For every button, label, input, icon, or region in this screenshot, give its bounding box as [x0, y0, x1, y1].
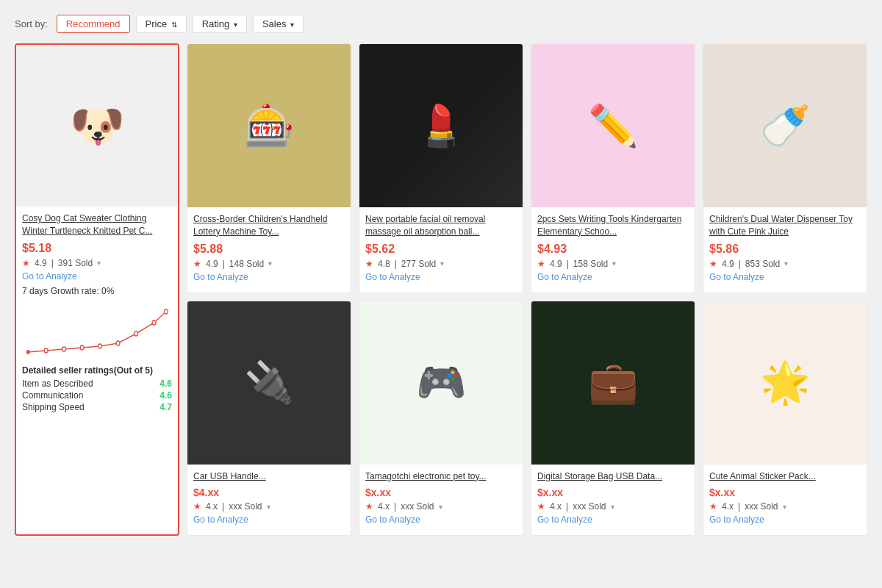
shipping-speed-row: Shipping Speed 4.7: [22, 402, 172, 412]
go-analyze-2[interactable]: Go to Analyze: [193, 272, 345, 282]
svg-point-3: [80, 345, 84, 350]
sort-recommend-btn[interactable]: Recommend: [57, 15, 130, 33]
product-rating-row-3: ★ 4.8 | 277 Sold ▾: [365, 259, 517, 269]
go-analyze-3[interactable]: Go to Analyze: [365, 272, 517, 282]
dropdown-icon-9[interactable]: ▾: [783, 503, 786, 511]
go-analyze-4[interactable]: Go to Analyze: [537, 272, 689, 282]
go-analyze-9[interactable]: Go to Analyze: [709, 514, 861, 525]
sort-sales-btn[interactable]: Sales ▾: [253, 15, 304, 33]
product-image-8: [531, 301, 695, 465]
separator-2: |: [223, 259, 225, 269]
sold-count-3: 277 Sold: [401, 259, 436, 269]
sort-price-btn[interactable]: Price ⇅: [136, 15, 187, 33]
rating-value-1: 4.9: [35, 258, 47, 268]
product-price-7: $x.xx: [365, 487, 517, 498]
product-price-4: $4.93: [537, 243, 689, 256]
go-analyze-1[interactable]: Go to Analyze: [22, 271, 172, 282]
item-described-row: Item as Described 4.6: [22, 379, 172, 389]
product-title-2: Cross-Border Children's Handheld Lottery…: [193, 213, 345, 238]
dropdown-icon-4[interactable]: ▾: [612, 259, 616, 268]
sales-arrow: ▾: [290, 21, 294, 29]
product-card-8[interactable]: Digital Storage Bag USB Data... $x.xx ★ …: [531, 301, 695, 537]
rating-value-4: 4.9: [550, 259, 562, 269]
sort-bar: Sort by: Recommend Price ⇅ Rating ▾ Sale…: [15, 15, 867, 33]
dropdown-icon-6[interactable]: ▾: [267, 503, 270, 511]
communication-label: Communication: [22, 390, 83, 401]
product-price-8: $x.xx: [537, 487, 689, 498]
product-info-8: Digital Storage Bag USB Data... $x.xx ★ …: [531, 465, 695, 536]
product-image-4: [531, 44, 695, 207]
product-card-3[interactable]: New portable facial oil removal massage …: [359, 43, 523, 293]
product-info-3: New portable facial oil removal massage …: [359, 207, 523, 293]
price-arrow: ⇅: [171, 21, 177, 29]
product-card-9[interactable]: Cute Animal Sticker Pack... $x.xx ★ 4.x …: [703, 301, 867, 537]
sold-count-4: 158 Sold: [573, 259, 608, 269]
svg-point-5: [116, 341, 120, 345]
dropdown-icon-5[interactable]: ▾: [784, 259, 788, 268]
shipping-speed-label: Shipping Speed: [22, 402, 85, 412]
product-image-6: [187, 301, 351, 465]
product-info-1: Cosy Dog Cat Sweater Clothing Winter Tur…: [16, 207, 178, 420]
sold-count-9: xxx Sold: [745, 501, 778, 512]
star-icon-4: ★: [537, 259, 545, 269]
star-icon-2: ★: [193, 259, 201, 269]
product-image-9: [703, 301, 867, 465]
product-rating-row-7: ★ 4.x | xxx Sold ▾: [365, 501, 517, 512]
sold-count-2: 148 Sold: [229, 259, 264, 269]
product-title-9: Cute Animal Sticker Pack...: [709, 470, 861, 483]
product-grid: Cosy Dog Cat Sweater Clothing Winter Tur…: [15, 43, 867, 536]
product-title-3: New portable facial oil removal massage …: [365, 213, 517, 238]
rating-arrow: ▾: [234, 21, 237, 29]
dropdown-icon-8[interactable]: ▾: [611, 503, 614, 511]
product-rating-row-6: ★ 4.x | xxx Sold ▾: [193, 501, 345, 512]
separator-5: |: [739, 259, 741, 269]
product-rating-row-2: ★ 4.9 | 148 Sold ▾: [193, 259, 345, 269]
separator-4: |: [567, 259, 569, 269]
product-price-6: $4.xx: [193, 487, 345, 498]
product-image-3: [359, 44, 523, 207]
chart-area-1: [22, 301, 172, 359]
product-rating-row-8: ★ 4.x | xxx Sold ▾: [537, 501, 689, 512]
product-title-8: Digital Storage Bag USB Data...: [537, 470, 689, 483]
go-analyze-5[interactable]: Go to Analyze: [709, 272, 861, 282]
star-icon-1: ★: [22, 258, 30, 268]
product-card-5[interactable]: Children's Dual Water Dispenser Toy with…: [703, 43, 867, 293]
go-analyze-6[interactable]: Go to Analyze: [193, 514, 345, 525]
sold-count-6: xxx Sold: [229, 501, 262, 512]
product-info-7: Tamagotchi electronic pet toy... $x.xx ★…: [359, 465, 523, 536]
product-card-2[interactable]: Cross-Border Children's Handheld Lottery…: [187, 43, 351, 293]
rating-value-3: 4.8: [378, 259, 390, 269]
product-card-6[interactable]: Car USB Handle... $4.xx ★ 4.x | xxx Sold…: [187, 301, 351, 537]
product-price-1: $5.18: [22, 242, 172, 255]
star-icon-5: ★: [709, 259, 717, 269]
separator-1: |: [51, 258, 54, 268]
sold-count-1: 391 Sold: [58, 258, 93, 268]
dropdown-icon-3[interactable]: ▾: [440, 259, 444, 268]
svg-point-2: [62, 347, 66, 351]
dropdown-icon-7[interactable]: ▾: [439, 503, 442, 511]
shipping-speed-value: 4.7: [159, 402, 172, 412]
communication-row: Communication 4.6: [22, 390, 172, 401]
dropdown-icon-2[interactable]: ▾: [268, 259, 272, 268]
go-analyze-8[interactable]: Go to Analyze: [537, 514, 689, 525]
go-analyze-7[interactable]: Go to Analyze: [365, 514, 517, 525]
svg-point-7: [152, 320, 156, 325]
rating-value-6: 4.x: [206, 501, 218, 512]
sort-rating-btn[interactable]: Rating ▾: [193, 15, 247, 33]
sort-label: Sort by:: [15, 18, 48, 29]
svg-point-6: [135, 331, 138, 336]
star-icon-7: ★: [365, 501, 373, 512]
product-card-7[interactable]: Tamagotchi electronic pet toy... $x.xx ★…: [359, 301, 523, 537]
product-price-9: $x.xx: [709, 487, 861, 498]
item-described-label: Item as Described: [22, 379, 93, 389]
product-card-1[interactable]: Cosy Dog Cat Sweater Clothing Winter Tur…: [15, 43, 179, 536]
star-icon-9: ★: [709, 501, 717, 512]
product-card-4[interactable]: 2pcs Sets Writing Tools Kindergarten Ele…: [531, 43, 695, 293]
page-wrapper: Sort by: Recommend Price ⇅ Rating ▾ Sale…: [0, 0, 882, 551]
product-title-1: Cosy Dog Cat Sweater Clothing Winter Tur…: [22, 212, 172, 237]
sold-count-8: xxx Sold: [573, 501, 606, 512]
dropdown-icon-1[interactable]: ▾: [97, 259, 101, 267]
rating-value-7: 4.x: [378, 501, 390, 512]
rating-value-5: 4.9: [722, 259, 734, 269]
sold-count-5: 853 Sold: [745, 259, 780, 269]
